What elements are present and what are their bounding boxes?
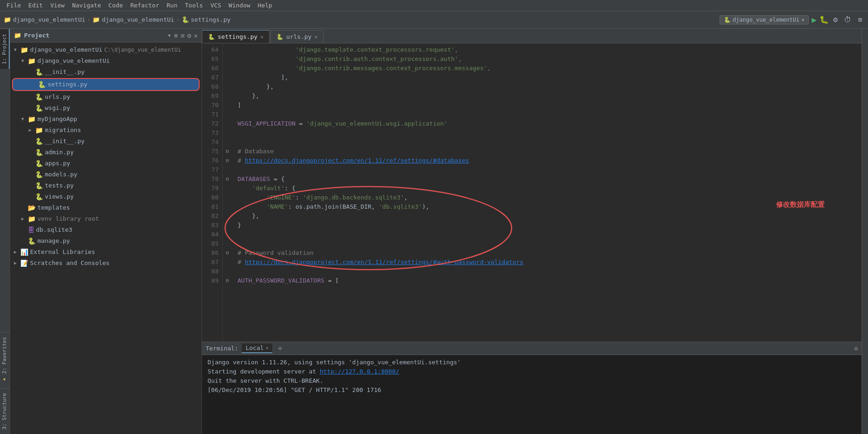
run-config-icon: 🐍 — [724, 17, 731, 23]
terminal-settings-icon[interactable]: ⚙ — [854, 345, 858, 352]
tree-scratches[interactable]: ▶ 📝 Scratches and Consoles — [10, 258, 202, 269]
tree-venv[interactable]: ▶ 📁 venv library root — [10, 213, 202, 224]
code-editor[interactable]: 'django.template.context_processors.requ… — [232, 43, 862, 342]
tree-settings-py[interactable]: 🐍 settings.py — [12, 78, 200, 91]
tab-favorites[interactable]: ★ 2: Favorites — [0, 332, 10, 387]
menu-navigate[interactable]: Navigate — [68, 0, 105, 11]
tree-admin-py[interactable]: 🐍 admin.py — [10, 147, 202, 158]
profile-button[interactable]: ⏱ — [842, 15, 853, 24]
menu-edit[interactable]: Edit — [24, 0, 46, 11]
editor-area: 🐍 settings.py ✕ 🐍 urls.py ✕ 6465666768 6… — [202, 29, 862, 434]
breadcrumb-subfolder[interactable]: django_vue_elementUi — [102, 16, 174, 23]
pkg-arrow: ▼ — [21, 56, 28, 66]
terminal-add-button[interactable]: + — [276, 344, 284, 353]
menu-refactor[interactable]: Refactor — [127, 0, 163, 11]
tree-ext-libs[interactable]: ▶ 📊 External Libraries — [10, 247, 202, 258]
tree-urls-py[interactable]: 🐍 urls.py — [10, 91, 202, 102]
ext-label: External Libraries — [30, 247, 95, 257]
fold-69[interactable] — [223, 64, 232, 73]
run-config[interactable]: 🐍 django_vue_elementUi ▾ — [720, 15, 809, 24]
coverage-button[interactable]: ⚙ — [831, 15, 840, 24]
scratch-label: Scratches and Consoles — [30, 259, 110, 268]
urls-tab-close[interactable]: ✕ — [314, 34, 318, 40]
settings-icon[interactable]: ⚙ — [187, 32, 191, 39]
local-tab-close[interactable]: ✕ — [266, 345, 269, 351]
fold-83 — [223, 193, 232, 202]
menu-vcs[interactable]: VCS — [207, 0, 225, 11]
fold-76 — [223, 128, 232, 138]
right-scrollbar[interactable] — [862, 29, 868, 434]
breadcrumb-file[interactable]: settings.py — [191, 16, 231, 23]
tree-app-init[interactable]: 🐍 __init__.py — [10, 136, 202, 147]
left-tabs-strip: 1: Project ★ 2: Favorites 3: Structure — [0, 29, 10, 434]
fold-70[interactable] — [223, 73, 232, 82]
code-area: 6465666768 6970717273 7475767778 7980818… — [202, 43, 862, 342]
tests-py-icon: 🐍 — [35, 181, 43, 190]
fold-67[interactable] — [223, 45, 232, 54]
terminal-tab-local[interactable]: Local ✕ — [242, 344, 272, 353]
fold-78[interactable]: ⊟ — [223, 147, 232, 156]
fold-74 — [223, 110, 232, 119]
tree-models-py[interactable]: 🐍 models.py — [10, 169, 202, 180]
pkg-folder-icon: 📁 — [28, 56, 36, 66]
collapse-icon[interactable]: ≡ — [181, 32, 184, 39]
locate-icon[interactable]: ⊕ — [174, 32, 177, 39]
fold-68[interactable] — [223, 54, 232, 64]
tree-apps-py[interactable]: 🐍 apps.py — [10, 158, 202, 169]
menu-window[interactable]: Window — [225, 0, 254, 11]
debug-button[interactable]: 🐛 — [819, 15, 829, 24]
tree-manage-py[interactable]: 🐍 manage.py — [10, 235, 202, 247]
tree-templates[interactable]: 📂 templates — [10, 202, 202, 213]
fold-92[interactable]: ⊟ — [223, 276, 232, 285]
settings-label: settings.py — [48, 80, 87, 89]
tree-migrations[interactable]: ▶ 📁 migrations — [10, 125, 202, 136]
venv-label: venv library root — [37, 214, 99, 223]
menu-file[interactable]: File — [3, 0, 24, 11]
tab-project[interactable]: 1: Project — [0, 29, 10, 69]
tree-root[interactable]: ▼ 📁 django_vue_elementUi C:\django_vue_e… — [10, 44, 202, 55]
tab-structure[interactable]: 3: Structure — [0, 388, 10, 434]
fold-81[interactable]: ⊟ — [223, 175, 232, 184]
tree-db-sqlite[interactable]: 🗄 db.sqlite3 — [10, 224, 202, 235]
tree-views-py[interactable]: 🐍 views.py — [10, 191, 202, 202]
settings-tab-close[interactable]: ✕ — [260, 34, 263, 40]
menu-view[interactable]: View — [47, 0, 68, 11]
tree-app-folder[interactable]: ▼ 📁 myDjangoApp — [10, 114, 202, 125]
tree-tests-py[interactable]: 🐍 tests.py — [10, 180, 202, 191]
tree-wsgi-py[interactable]: 🐍 wsgi.py — [10, 102, 202, 114]
fold-82 — [223, 184, 232, 193]
breadcrumb-project[interactable]: django_vue_elementUi — [13, 16, 86, 23]
apps-py-icon: 🐍 — [35, 159, 43, 168]
menu-tools[interactable]: Tools — [181, 0, 207, 11]
close-icon[interactable]: ✕ — [194, 32, 198, 39]
settings-button[interactable]: ≡ — [856, 15, 864, 24]
fold-89[interactable]: ⊟ — [223, 248, 232, 258]
menu-code[interactable]: Code — [105, 0, 127, 11]
server-link[interactable]: http://127.0.0.1:8000/ — [320, 368, 399, 375]
ext-arrow: ▶ — [14, 247, 20, 257]
fold-72[interactable] — [223, 91, 232, 101]
fold-75 — [223, 119, 232, 128]
migrations-label: migrations — [45, 126, 81, 135]
tree-pkg-folder[interactable]: ▼ 📁 django_vue_elementUi — [10, 55, 202, 66]
run-config-label: django_vue_elementUi — [733, 17, 800, 23]
settings-tab-icon: 🐍 — [208, 34, 215, 40]
tree-init-py[interactable]: 🐍 __init__.py — [10, 66, 202, 78]
manage-label: manage.py — [37, 236, 70, 246]
menu-run[interactable]: Run — [163, 0, 181, 11]
breadcrumb-sep2: › — [176, 16, 180, 23]
root-label: django_vue_elementUi — [30, 45, 103, 54]
fold-71[interactable] — [223, 82, 232, 91]
terminal: Terminal: Local ✕ + ⚙ Django version 1.1… — [202, 342, 862, 434]
project-folder-icon: 📁 — [14, 32, 21, 39]
menu-help[interactable]: Help — [254, 0, 276, 11]
toolbar: 📁 django_vue_elementUi › 📁 django_vue_el… — [0, 11, 868, 29]
tests-label: tests.py — [45, 181, 74, 190]
terminal-label: Terminal: — [206, 345, 238, 352]
fold-79[interactable]: ⊟ — [223, 156, 232, 165]
terminal-line-3: Quit the server with CTRL-BREAK. — [208, 376, 856, 386]
project-dropdown-icon[interactable]: ▾ — [167, 32, 171, 39]
tab-urls-py[interactable]: 🐍 urls.py ✕ — [270, 30, 324, 43]
run-button[interactable]: ▶ — [812, 15, 817, 24]
tab-settings-py[interactable]: 🐍 settings.py ✕ — [202, 30, 269, 43]
